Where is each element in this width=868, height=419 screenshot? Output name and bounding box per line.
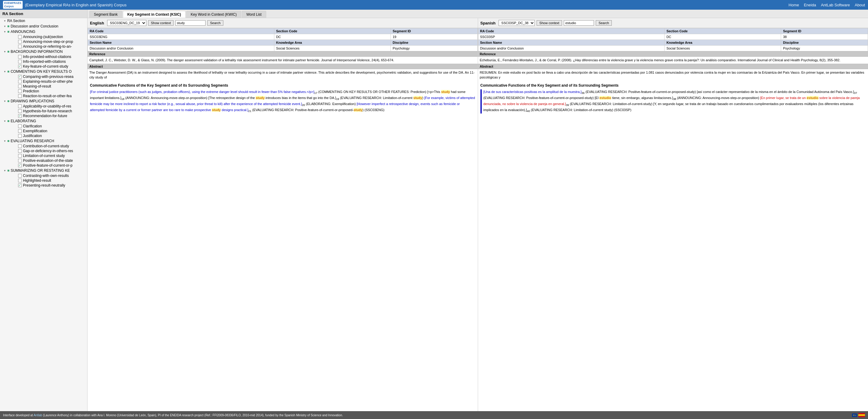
english-search-input[interactable] <box>175 20 206 26</box>
sidebar-item-comparing[interactable]: Comparing-with-previous-resea <box>2 74 87 79</box>
sidebar-item-key-feature[interactable]: Key-feature-of-current-study <box>2 64 87 69</box>
col-ra-code-label-sp: RA Code <box>478 28 664 34</box>
sidebar-item-announcing-referring[interactable]: Announcing-or-referring-to-an- <box>2 44 87 49</box>
checkbox[interactable] <box>18 104 22 108</box>
checkbox[interactable] <box>18 129 22 133</box>
checkbox[interactable] <box>18 124 22 128</box>
sidebar-item-contrasting[interactable]: Contrasting-with-own-results <box>2 173 87 178</box>
sidebar-item-info-no-cite[interactable]: Info-provided-without-citations <box>2 54 87 59</box>
sidebar-item-prediction[interactable]: Prediction <box>2 89 87 94</box>
checkbox[interactable] <box>18 45 22 48</box>
spanish-section-code: DC <box>664 34 781 40</box>
checkbox-checked[interactable] <box>18 75 22 79</box>
sidebar-item-exemplification[interactable]: Exemplification <box>2 128 87 133</box>
checkbox[interactable] <box>18 144 22 148</box>
checkbox[interactable] <box>18 159 22 162</box>
spanish-show-context-btn[interactable]: Show context <box>537 20 562 26</box>
checkbox[interactable] <box>18 60 22 63</box>
nav-home[interactable]: Home <box>788 3 799 7</box>
spanish-discipline: Psychology <box>781 46 868 51</box>
tab-ksic[interactable]: Key Segment in Context (KSIC) <box>123 11 186 18</box>
main-layout: RA Section ▼ RA Section ▼ ■ Discussion a… <box>0 10 868 411</box>
sidebar-item-positive-eval[interactable]: Positive-evaluation-of-the-state <box>2 158 87 163</box>
sidebar-item-limitation[interactable]: Limitation-of-current study <box>2 153 87 158</box>
sidebar-item-reaction[interactable]: Reaction-to-result-or-other-fea <box>2 94 87 98</box>
nav-eneida[interactable]: Eneida <box>804 3 816 7</box>
checkbox[interactable] <box>18 134 22 138</box>
sidebar-item-justification[interactable]: Justification <box>2 133 87 138</box>
sidebar-item-drawing[interactable]: ▼ ■ DRAWING IMPLICATIONS <box>2 98 87 104</box>
sidebar-item-presenting[interactable]: Presenting-result-neutrally <box>2 183 87 188</box>
sidebar-item-announcing-subsection[interactable]: Announcing-(sub)section <box>2 34 87 39</box>
sidebar-item-announcing-move[interactable]: Announcing-move-step-or-prop <box>2 39 87 44</box>
comm-segment-9: (EVALUATING RESEARCH: Positive-feature-o… <box>252 108 354 112</box>
english-show-context-btn[interactable]: Show context <box>148 20 174 26</box>
checkbox[interactable] <box>18 35 22 39</box>
comm-segment-1: [For criminal justice practitioners (suc… <box>90 90 314 94</box>
sidebar-item-highlighted[interactable]: Highlighted-result <box>2 178 87 183</box>
checkbox[interactable] <box>18 55 22 59</box>
english-search-btn[interactable]: Search <box>207 20 223 26</box>
sidebar-item-info-cite[interactable]: Info-reported-with-citations <box>2 59 87 64</box>
spanish-panel: Spanish SSC03SP_DC_38 Show context Searc… <box>478 18 868 411</box>
sidebar-item-evaluating[interactable]: ▼ ■ EVALUATING RESEARCH <box>2 138 87 144</box>
sidebar-item-elaborating[interactable]: ▼ ■ ELABORATING <box>2 118 87 124</box>
checkbox-checked[interactable] <box>18 65 22 68</box>
checkbox-checked[interactable] <box>18 183 22 187</box>
expand-icon: ▼ <box>4 70 6 73</box>
checkbox[interactable] <box>18 149 22 153</box>
comm-segment-4: (EVALUATING RESEARCH: Limitation-of-curr… <box>340 96 413 100</box>
spanish-search-btn[interactable]: Search <box>596 20 612 26</box>
sidebar-item-hypothesis[interactable]: Hypothesis-for-future-research <box>2 109 87 114</box>
folder-icon: ■ <box>7 69 9 74</box>
sidebar-item-gap[interactable]: Gap-or-deficiency-in-others-res <box>2 149 87 153</box>
sidebar-item-applicability[interactable]: Applicability-or-usability-of-res <box>2 104 87 109</box>
sp-comm-segment-8: (EVALUATING RESEARCH: Limitation-of-curr… <box>531 108 631 112</box>
sidebar-item-discussion[interactable]: ▼ ■ Discussion and/or Conclusion <box>2 24 87 29</box>
checkbox[interactable] <box>18 85 22 88</box>
checkbox[interactable] <box>18 94 22 98</box>
topbar-nav: Home Eneida AntLab Software About <box>788 3 865 7</box>
footer-antlab-link[interactable]: Antlab <box>33 414 42 417</box>
tabs: Segment Bank Key Segment in Context (KSI… <box>88 10 868 18</box>
es-flag <box>858 413 865 417</box>
topbar-left: EXEMPRAES Corpus (Exemplary Empirical RA… <box>3 1 126 9</box>
spanish-ra-code: SSC03SP <box>478 34 664 40</box>
sidebar-item-positive-feature[interactable]: Positive-feature-of-current-or-p <box>2 163 87 168</box>
flag-icons: EU <box>852 413 865 417</box>
sidebar-item-ra-section[interactable]: ▼ RA Section <box>2 18 87 24</box>
checkbox-checked[interactable] <box>18 114 22 118</box>
sidebar-item-explaining[interactable]: Explaining-results-or-other-phe <box>2 79 87 84</box>
english-doc-select[interactable]: SSC03ENG_DC_19 <box>107 20 146 26</box>
sidebar-item-contribution[interactable]: Contribution-of-current-study <box>2 144 87 149</box>
checkbox[interactable] <box>18 174 22 178</box>
sidebar-item-background[interactable]: ▼ ■ BACKGROUND INFORMATION <box>2 49 87 54</box>
spanish-abstract-section: Abstract RESUMEN. En este estudio ex pos… <box>478 64 868 81</box>
tree-root: ▼ RA Section ▼ ■ Discussion and/or Concl… <box>0 18 87 188</box>
sidebar-item-recommendation[interactable]: Recommendation-for-future <box>2 114 87 118</box>
sidebar-item-summarizing[interactable]: ▼ ■ SUMMARIZING OR RESTATING KE <box>2 168 87 173</box>
sidebar-item-announcing[interactable]: ▼ ■ ANNOUNCING <box>2 29 87 34</box>
tab-word-list[interactable]: Word List <box>242 11 266 18</box>
checkbox[interactable] <box>18 80 22 83</box>
sp-comm-segment-4: (ANNOUNCING: Announcing-move-step-or-pro… <box>677 96 760 100</box>
checkbox[interactable] <box>18 40 22 43</box>
sidebar-item-meaning[interactable]: Meaning-of-result <box>2 84 87 89</box>
spanish-knowledge-area: Social Sciences <box>664 46 781 51</box>
spanish-reference-content: Echeburúa, E., Fernández-Montalvo, J., &… <box>478 57 868 64</box>
checkbox-checked[interactable] <box>18 163 22 167</box>
sidebar-item-clarification[interactable]: Clarification <box>2 124 87 128</box>
checkbox[interactable] <box>18 179 22 182</box>
spanish-search-input[interactable] <box>564 20 594 26</box>
tab-segment-bank[interactable]: Segment Bank <box>89 11 122 18</box>
sp-keyword-2: estudio <box>807 96 818 100</box>
nav-about[interactable]: About <box>855 3 865 7</box>
sidebar-item-commenting[interactable]: ▼ ■ COMMENTING ON KEY RESULTS O <box>2 69 87 74</box>
checkbox[interactable] <box>18 89 22 93</box>
tab-kwic[interactable]: Key Word in Context (KWIC) <box>186 11 241 18</box>
folder-icon: ■ <box>7 139 9 143</box>
nav-antlab[interactable]: AntLab Software <box>821 3 850 7</box>
spanish-doc-select[interactable]: SSC03SP_DC_38 <box>499 20 535 26</box>
checkbox[interactable] <box>18 109 22 113</box>
checkbox[interactable] <box>18 154 22 157</box>
